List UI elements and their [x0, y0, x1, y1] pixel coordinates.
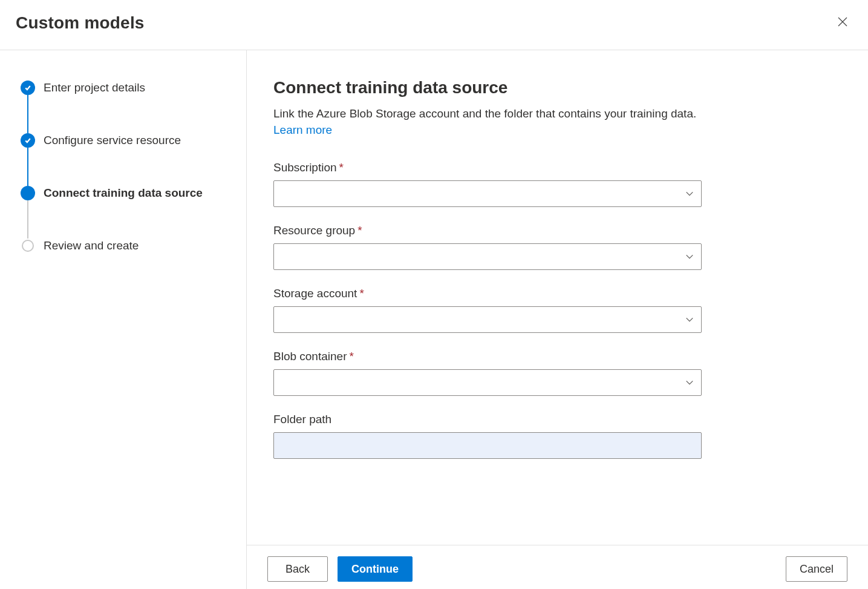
- chevron-down-icon: [685, 378, 694, 387]
- wizard-step-label: Configure service resource: [44, 134, 181, 147]
- wizard-step-review-and-create[interactable]: Review and create: [21, 239, 228, 253]
- required-asterisk: *: [357, 224, 362, 237]
- wizard-step-label: Enter project details: [44, 81, 145, 94]
- field-resource-group: Resource group*: [273, 224, 702, 270]
- field-blob-container: Blob container*: [273, 350, 702, 396]
- wizard-step-connect-training-data-source[interactable]: Connect training data source: [21, 186, 228, 200]
- field-label: Folder path: [273, 413, 702, 426]
- field-label: Blob container*: [273, 350, 702, 363]
- label-text: Storage account: [273, 287, 357, 300]
- panel-title: Custom models: [16, 13, 145, 33]
- wizard-step-configure-service-resource[interactable]: Configure service resource: [21, 133, 228, 148]
- label-text: Resource group: [273, 224, 355, 237]
- back-button[interactable]: Back: [267, 556, 328, 582]
- field-folder-path: Folder path: [273, 413, 702, 459]
- required-asterisk: *: [339, 161, 344, 174]
- pending-step-icon: [22, 240, 34, 252]
- storage-account-select[interactable]: [273, 306, 702, 333]
- field-storage-account: Storage account*: [273, 287, 702, 333]
- check-circle-icon: [21, 133, 35, 148]
- wizard-step-label: Review and create: [44, 239, 139, 252]
- cancel-button[interactable]: Cancel: [786, 556, 847, 582]
- field-label: Resource group*: [273, 224, 702, 237]
- wizard-step-label: Connect training data source: [44, 186, 203, 200]
- learn-more-link[interactable]: Learn more: [273, 123, 332, 136]
- label-text: Subscription: [273, 161, 337, 174]
- chevron-down-icon: [685, 315, 694, 324]
- continue-button[interactable]: Continue: [338, 556, 413, 582]
- resource-group-select[interactable]: [273, 243, 702, 270]
- label-text: Blob container: [273, 350, 347, 363]
- subtitle-text: Link the Azure Blob Storage account and …: [273, 107, 696, 120]
- current-step-icon: [21, 186, 35, 200]
- field-label: Storage account*: [273, 287, 702, 300]
- wizard-footer: Back Continue Cancel: [247, 545, 868, 589]
- page-subtitle: Link the Azure Blob Storage account and …: [273, 106, 709, 138]
- page-title: Connect training data source: [273, 78, 841, 97]
- close-button[interactable]: [832, 12, 853, 34]
- blob-container-select[interactable]: [273, 369, 702, 396]
- wizard-step-enter-project-details[interactable]: Enter project details: [21, 81, 228, 95]
- subscription-select[interactable]: [273, 180, 702, 207]
- close-icon: [838, 17, 847, 29]
- main-content: Connect training data source Link the Az…: [247, 50, 868, 589]
- folder-path-input[interactable]: [273, 432, 702, 459]
- check-circle-icon: [21, 81, 35, 95]
- label-text: Folder path: [273, 413, 331, 426]
- required-asterisk: *: [359, 287, 364, 300]
- field-subscription: Subscription*: [273, 161, 702, 207]
- required-asterisk: *: [349, 350, 353, 363]
- field-label: Subscription*: [273, 161, 702, 174]
- wizard-steps-sidebar: Enter project details Configure service …: [0, 50, 247, 589]
- chevron-down-icon: [685, 252, 694, 261]
- panel-header: Custom models: [0, 0, 868, 50]
- chevron-down-icon: [685, 189, 694, 198]
